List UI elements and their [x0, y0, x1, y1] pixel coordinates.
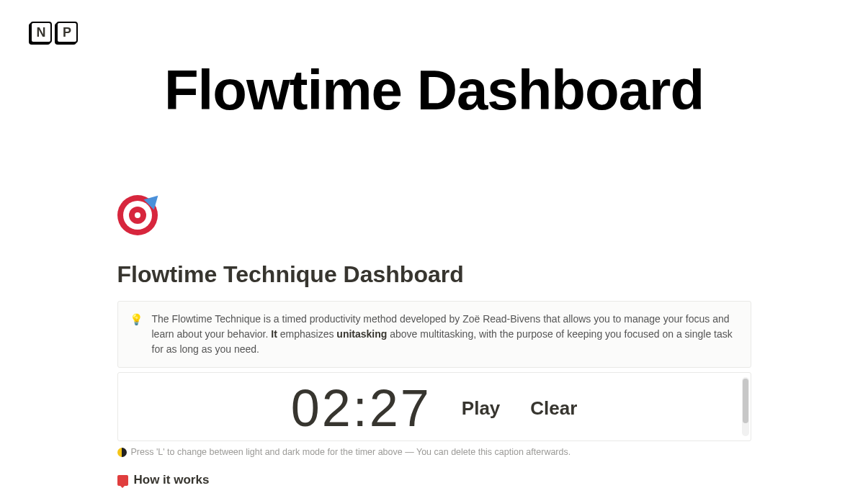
- intro-bold-1: It: [271, 328, 277, 340]
- how-it-works-heading: How it works: [117, 473, 751, 487]
- intro-callout: 💡 The Flowtime Technique is a timed prod…: [117, 301, 751, 368]
- timer-caption: Press 'L' to change between light and da…: [117, 447, 751, 457]
- intro-text-2: emphasizes: [277, 328, 336, 340]
- half-moon-icon: [117, 448, 127, 457]
- scrollbar-thumb[interactable]: [743, 379, 748, 423]
- logo-letter-p: P: [56, 22, 78, 43]
- timer-embed: 02:27 Play Clear: [117, 372, 751, 441]
- banner-title: Flowtime Dashboard: [0, 58, 868, 123]
- clear-button[interactable]: Clear: [530, 397, 577, 420]
- target-icon: [117, 195, 158, 235]
- caption-text: Press 'L' to change between light and da…: [131, 447, 571, 457]
- lightbulb-icon: 💡: [130, 312, 143, 357]
- timer-display: 02:27: [291, 379, 431, 438]
- intro-callout-text: The Flowtime Technique is a timed produc…: [152, 312, 739, 357]
- page-title: Flowtime Technique Dashboard: [117, 261, 751, 288]
- logo-letter-n: N: [30, 22, 52, 43]
- how-it-works-label: How it works: [134, 473, 210, 487]
- intro-bold-2: unitasking: [336, 328, 387, 340]
- page-content: Flowtime Technique Dashboard 💡 The Flowt…: [117, 195, 751, 488]
- bookmark-icon: [117, 475, 128, 486]
- logo: N P: [30, 22, 78, 43]
- play-button[interactable]: Play: [462, 397, 501, 420]
- page-emoji: [117, 195, 751, 241]
- embed-scrollbar[interactable]: [742, 377, 749, 436]
